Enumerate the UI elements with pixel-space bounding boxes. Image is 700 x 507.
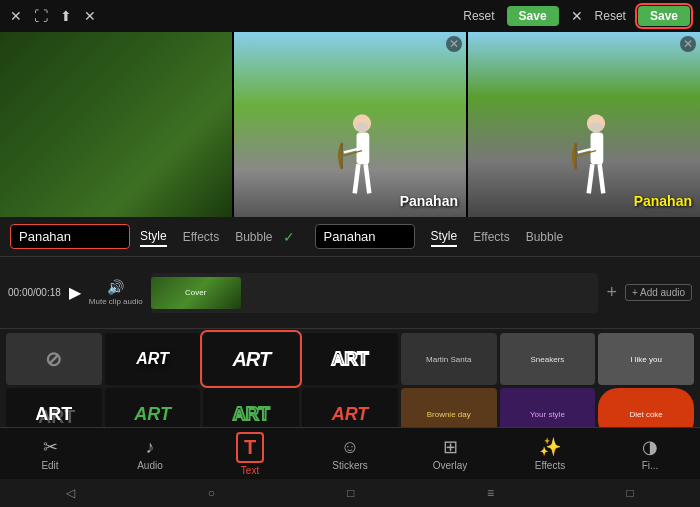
style-yourstyle[interactable]: Your style <box>500 388 596 427</box>
track-thumbnail: Cover <box>151 277 241 309</box>
text-input-1[interactable] <box>10 224 130 249</box>
archer-svg2 <box>566 107 626 207</box>
effects-icon: ✨ <box>539 436 561 458</box>
nav-effects-label: Effects <box>535 460 565 471</box>
nav-audio[interactable]: ♪ Audio <box>125 437 175 471</box>
close2-icon[interactable]: ✕ <box>84 8 96 24</box>
tabs-group-right: Style Effects Bubble <box>315 224 564 249</box>
nav-audio-label: Audio <box>137 460 163 471</box>
style-brownie[interactable]: Brownie day <box>401 388 497 427</box>
tab-bubble[interactable]: Bubble <box>235 228 272 246</box>
add-audio-button[interactable]: + Add audio <box>625 284 692 301</box>
svg-line-13 <box>588 164 592 193</box>
svg-point-15 <box>589 122 602 131</box>
mute-button[interactable]: 🔊 Mute clip audio <box>89 279 143 306</box>
toolbar-left: ✕ ⛶ ⬆ ✕ <box>10 8 96 24</box>
svg-line-6 <box>365 164 369 193</box>
text-icon: T <box>244 436 256 458</box>
reset-button-left[interactable]: Reset <box>463 9 494 23</box>
close3-icon[interactable]: ✕ <box>571 8 583 24</box>
preview-panel-archer1: ✕ Panahan <box>234 32 466 217</box>
audio-icon: ♪ <box>146 437 155 458</box>
archer-svg <box>332 107 392 207</box>
android-back[interactable]: ◁ <box>66 486 75 500</box>
style-sneakers[interactable]: Sneakers <box>500 333 596 385</box>
filter-icon: ◑ <box>642 436 658 458</box>
save-button-left[interactable]: Save <box>507 6 559 26</box>
style-art-red[interactable]: ART <box>302 388 398 427</box>
svg-line-5 <box>354 164 358 193</box>
style-diet[interactable]: Diet coke <box>598 388 694 427</box>
text-input-2[interactable] <box>315 224 415 249</box>
save-button-right[interactable]: Save <box>638 6 690 26</box>
close-panel2-icon[interactable]: ✕ <box>680 36 696 52</box>
nav-overlay[interactable]: ⊞ Overlay <box>425 436 475 471</box>
nav-edit[interactable]: ✂ Edit <box>25 436 75 471</box>
close-icon[interactable]: ✕ <box>10 8 22 24</box>
preview-panel-leaves <box>0 32 232 217</box>
preview-label-1: Panahan <box>400 193 458 209</box>
nav-filter[interactable]: ◑ Fi... <box>625 436 675 471</box>
tab-style-right[interactable]: Style <box>431 227 458 247</box>
nav-overlay-label: Overlay <box>433 460 467 471</box>
style-art-green-outline[interactable]: ART <box>203 388 299 427</box>
tab-effects[interactable]: Effects <box>183 228 219 246</box>
expand-icon[interactable]: ⛶ <box>34 8 48 24</box>
add-clip-button[interactable]: + <box>606 282 617 303</box>
style-art-green[interactable]: ART <box>105 388 201 427</box>
android-home[interactable]: ○ <box>208 486 215 500</box>
style-art-bold[interactable]: ART <box>203 333 299 385</box>
play-button[interactable]: ▶ <box>69 283 81 302</box>
android-menu[interactable]: ≡ <box>487 486 494 500</box>
preview-panel-archer2: ✕ Panahan <box>468 32 700 217</box>
nav-text[interactable]: T Text <box>225 432 275 476</box>
svg-line-14 <box>599 164 603 193</box>
nav-filter-label: Fi... <box>642 460 659 471</box>
tabs-group-left: Style Effects Bubble <box>140 227 273 247</box>
text-icon-box: T <box>236 432 264 463</box>
top-toolbar: ✕ ⛶ ⬆ ✕ Reset Save ✕ Reset Save <box>0 0 700 32</box>
time-display: 00:00/00:18 <box>8 287 61 298</box>
styles-grid: ⊘ ART ART ART Martin Santa Sneakers I li… <box>0 329 700 427</box>
svg-point-7 <box>355 122 368 131</box>
tab-bubble-right[interactable]: Bubble <box>526 228 563 246</box>
timeline-area: 00:00/00:18 ▶ 🔊 Mute clip audio Cover + … <box>0 257 700 329</box>
style-art-outline[interactable]: ART <box>302 333 398 385</box>
toolbar-right: Reset Save ✕ Reset Save <box>463 6 690 26</box>
style-art-3d[interactable]: ART <box>6 388 102 427</box>
stickers-icon: ☺ <box>341 437 359 458</box>
android-extra[interactable]: □ <box>626 486 633 500</box>
checkmark-icon[interactable]: ✓ <box>283 229 295 245</box>
preview-label-2: Panahan <box>634 193 692 209</box>
nav-stickers[interactable]: ☺ Stickers <box>325 437 375 471</box>
close-panel1-icon[interactable]: ✕ <box>446 36 462 52</box>
overlay-icon: ⊞ <box>443 436 458 458</box>
timeline-track[interactable]: Cover <box>151 273 599 313</box>
nav-stickers-label: Stickers <box>332 460 368 471</box>
tab-style[interactable]: Style <box>140 227 167 247</box>
upload-icon[interactable]: ⬆ <box>60 8 72 24</box>
android-nav: ◁ ○ □ ≡ □ <box>0 479 700 507</box>
style-art-italic[interactable]: ART <box>105 333 201 385</box>
middle-toolbar: Style Effects Bubble ✓ Style Effects Bub… <box>0 217 700 257</box>
reset-button-right[interactable]: Reset <box>595 9 626 23</box>
main-content: ⊘ ART ART ART Martin Santa Sneakers I li… <box>0 329 700 427</box>
edit-icon: ✂ <box>43 436 58 458</box>
preview-area: ✕ Panahan ✕ Panahan <box>0 32 700 217</box>
tab-effects-right[interactable]: Effects <box>473 228 509 246</box>
style-none[interactable]: ⊘ <box>6 333 102 385</box>
style-martin[interactable]: Martin Santa <box>401 333 497 385</box>
nav-effects[interactable]: ✨ Effects <box>525 436 575 471</box>
nav-edit-label: Edit <box>41 460 58 471</box>
nav-text-label: Text <box>241 465 259 476</box>
bottom-nav: ✂ Edit ♪ Audio T Text ☺ Stickers ⊞ Overl… <box>0 427 700 479</box>
android-recent[interactable]: □ <box>347 486 354 500</box>
style-ilike[interactable]: I like you <box>598 333 694 385</box>
